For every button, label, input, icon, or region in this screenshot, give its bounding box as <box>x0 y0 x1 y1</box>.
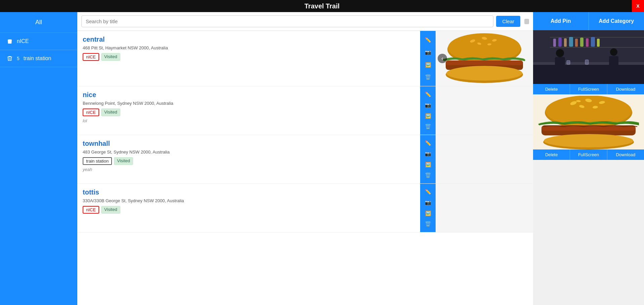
pin-info-townhall: townhall 483 George St, Sydney NSW 2000,… <box>77 135 420 183</box>
right-panel: Add Pin Add Category <box>533 12 644 305</box>
tag-visited-nice[interactable]: Visited <box>101 108 120 116</box>
svg-rect-24 <box>569 37 573 47</box>
image-button-central[interactable]: 🖼️ <box>422 59 433 70</box>
trash-icon-nice <box>7 38 13 44</box>
right-image-2 <box>533 96 644 149</box>
tag-visited-townhall[interactable]: Visited <box>114 157 133 165</box>
close-button[interactable]: X <box>632 0 644 12</box>
pin-address-nice: Bennelong Point, Sydney NSW 2000, Austra… <box>83 101 415 106</box>
sidebar-item-all[interactable]: All <box>0 12 77 33</box>
pin-address-central: 468 Pitt St, Haymarket NSW 2000, Austral… <box>83 45 415 50</box>
pin-actions-townhall: ✏️ 📷 🖼️ 🗑️ <box>420 135 436 183</box>
edit-button-townhall[interactable]: ✏️ <box>422 138 433 148</box>
nav-arrow-central[interactable]: ‹ <box>438 54 447 63</box>
sidebar-item-nice[interactable]: nICE <box>0 33 77 50</box>
pin-note-nice: lol <box>83 118 415 123</box>
svg-rect-20 <box>550 47 644 48</box>
right-image-card-2: Delete FullScreen Download <box>533 96 644 160</box>
download-button-1[interactable]: Download <box>607 84 644 94</box>
pin-image-central: ‹ <box>436 31 533 86</box>
fullscreen-button-2[interactable]: FullScreen <box>570 149 607 160</box>
download-button-2[interactable]: Download <box>607 149 644 160</box>
edit-button-nice[interactable]: ✏️ <box>422 89 433 100</box>
camera-button-nice[interactable]: 📷 <box>422 100 433 111</box>
svg-rect-13 <box>446 60 523 65</box>
svg-rect-29 <box>597 39 600 47</box>
burger-image-central <box>436 31 533 85</box>
sidebar-count-train: 5 <box>17 56 19 61</box>
right-image-actions-1: Delete FullScreen Download <box>533 84 644 94</box>
tag-visited-tottis[interactable]: Visited <box>101 206 120 214</box>
tag-train-townhall[interactable]: train station <box>83 157 112 165</box>
app-title: Travel Trail <box>305 2 340 10</box>
right-image-card-1: Delete FullScreen Download <box>533 30 644 94</box>
delete-image-button-2[interactable]: Delete <box>533 149 570 160</box>
svg-rect-19 <box>550 37 644 38</box>
camera-button-central[interactable]: 📷 <box>422 47 433 58</box>
pin-image-tottis <box>436 184 533 232</box>
tag-nice-central[interactable]: nICE <box>83 53 99 61</box>
pin-title-tottis: tottis <box>83 188 415 196</box>
delete-image-button-1[interactable]: Delete <box>533 84 570 94</box>
right-header: Add Pin Add Category <box>533 12 644 30</box>
pin-item-nice: nice Bennelong Point, Sydney NSW 2000, A… <box>77 86 533 135</box>
pin-address-tottis: 330A/330B George St, Sydney NSW 2000, Au… <box>83 198 415 203</box>
delete-button-tottis[interactable]: 🗑️ <box>422 219 433 229</box>
tag-nice-tottis[interactable]: nICE <box>83 206 99 214</box>
svg-point-48 <box>544 134 633 147</box>
pin-image-nice <box>436 86 533 135</box>
svg-point-30 <box>556 49 564 57</box>
delete-button-central[interactable]: 🗑️ <box>422 72 433 83</box>
tag-visited-central[interactable]: Visited <box>101 53 120 61</box>
image-button-townhall[interactable]: 🖼️ <box>422 159 433 170</box>
pin-actions-tottis: ✏️ 📷 🖼️ 🗑️ <box>420 184 436 232</box>
pin-info-tottis: tottis 330A/330B George St, Sydney NSW 2… <box>77 184 420 232</box>
svg-rect-27 <box>586 38 589 47</box>
svg-rect-33 <box>609 56 618 69</box>
pin-tags-townhall: train station Visited <box>83 157 415 165</box>
sidebar-nice-label: nICE <box>17 38 29 44</box>
svg-point-32 <box>610 48 617 56</box>
pin-title-central: central <box>83 36 415 43</box>
svg-point-15 <box>446 66 522 81</box>
svg-rect-31 <box>555 57 565 71</box>
pin-actions-nice: ✏️ 📷 🖼️ 🗑️ <box>420 86 436 135</box>
pin-item-central: central 468 Pitt St, Haymarket NSW 2000,… <box>77 31 533 86</box>
edit-button-tottis[interactable]: ✏️ <box>422 186 433 197</box>
pin-tags-central: nICE Visited <box>83 53 415 61</box>
svg-rect-28 <box>591 37 595 47</box>
main-layout: All nICE 5 train station <box>0 12 644 305</box>
sidebar-all-label: All <box>35 19 42 26</box>
scroll-indicator <box>524 19 529 24</box>
right-image-1 <box>533 30 644 84</box>
pin-tags-tottis: nICE Visited <box>83 206 415 214</box>
camera-button-tottis[interactable]: 📷 <box>422 197 433 208</box>
search-bar: Clear <box>77 12 533 31</box>
right-image-container-2 <box>533 96 644 149</box>
trash-icon-train <box>7 55 13 61</box>
image-button-nice[interactable]: 🖼️ <box>422 111 433 121</box>
sidebar-item-train-station[interactable]: 5 train station <box>0 50 77 67</box>
image-button-tottis[interactable]: 🖼️ <box>422 208 433 219</box>
pin-address-townhall: 483 George St, Sydney NSW 2000, Australi… <box>83 149 415 155</box>
pin-note-townhall: yeah <box>83 167 415 172</box>
right-image-actions-2: Delete FullScreen Download <box>533 149 644 160</box>
center-panel: Clear central 468 Pitt St, Haymarket NSW… <box>77 12 533 305</box>
pin-item-townhall: townhall 483 George St, Sydney NSW 2000,… <box>77 135 533 184</box>
clear-button[interactable]: Clear <box>496 16 520 27</box>
title-bar: Travel Trail X <box>0 0 644 12</box>
fullscreen-button-1[interactable]: FullScreen <box>570 84 607 94</box>
add-pin-button[interactable]: Add Pin <box>533 12 589 30</box>
add-category-button[interactable]: Add Category <box>589 12 644 30</box>
pin-list: central 468 Pitt St, Haymarket NSW 2000,… <box>77 31 533 305</box>
svg-rect-17 <box>533 64 644 84</box>
delete-button-townhall[interactable]: 🗑️ <box>422 170 433 181</box>
camera-button-townhall[interactable]: 📷 <box>422 148 433 159</box>
delete-button-nice[interactable]: 🗑️ <box>422 121 433 132</box>
search-input[interactable] <box>81 15 493 27</box>
edit-button-central[interactable]: ✏️ <box>422 35 433 45</box>
tag-nice-nice[interactable]: nICE <box>83 108 99 116</box>
pin-info-central: central 468 Pitt St, Haymarket NSW 2000,… <box>77 31 420 86</box>
svg-rect-23 <box>564 38 567 47</box>
pin-actions-central: ✏️ 📷 🖼️ 🗑️ <box>420 31 436 86</box>
